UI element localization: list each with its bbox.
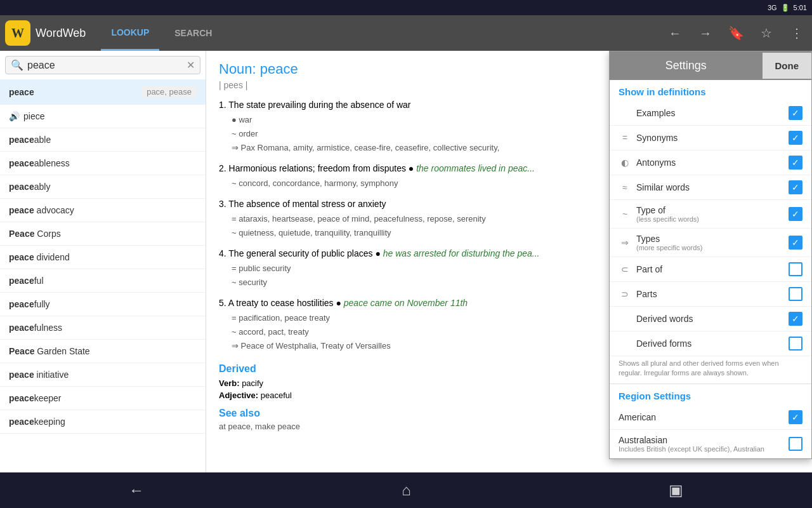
types-icon: ⇒: [619, 237, 631, 248]
setting-row-american[interactable]: American: [610, 405, 811, 430]
settings-title: Settings: [610, 51, 763, 80]
back-nav-btn[interactable]: ←: [665, 23, 685, 43]
word-label: peaceful: [9, 276, 44, 286]
similar-words-label: Similar words: [636, 182, 789, 192]
australasian-checkbox[interactable]: [789, 437, 802, 451]
search-icon: 🔍: [11, 59, 23, 71]
antonyms-label: Antonyms: [636, 157, 789, 168]
word-label: Peace Garden State: [9, 346, 90, 356]
word-item-peacekeeper[interactable]: peacekeeper: [0, 387, 206, 410]
part-of-label: Part of: [636, 264, 789, 274]
word-list-sidebar: 🔍 ✕ peace pace, pease 🔊piece peaceable p…: [0, 51, 206, 472]
word-hint: pace, pease: [141, 86, 197, 98]
type-of-label: Type of(less specific words): [636, 205, 789, 223]
setting-row-type-of[interactable]: ~ Type of(less specific words): [610, 200, 811, 229]
type-of-checkbox[interactable]: [789, 207, 802, 221]
main-content: 🔍 ✕ peace pace, pease 🔊piece peaceable p…: [0, 51, 812, 472]
examples-checkbox[interactable]: [789, 106, 802, 120]
setting-row-derived-forms[interactable]: Derived forms: [610, 331, 811, 356]
antonyms-checkbox[interactable]: [789, 156, 802, 170]
derived-forms-label: Derived forms: [636, 338, 789, 349]
word-item-peace-dividend[interactable]: peace dividend: [0, 246, 206, 269]
clear-search-btn[interactable]: ✕: [187, 59, 195, 71]
word-item-peaceful[interactable]: peaceful: [0, 269, 206, 293]
setting-row-synonyms[interactable]: = Synonyms: [610, 126, 811, 150]
settings-panel: Settings Done Show in definitions Exampl…: [609, 51, 812, 459]
derived-words-checkbox[interactable]: [789, 312, 802, 326]
american-checkbox[interactable]: [789, 410, 802, 424]
app-bar-actions: ← → 🔖 ☆ ⋮: [665, 23, 807, 43]
antonyms-icon: ◐: [619, 157, 631, 168]
examples-label: Examples: [636, 108, 789, 118]
bookmark-icon[interactable]: 🔖: [726, 23, 746, 43]
tab-lookup[interactable]: LOOKUP: [101, 15, 159, 51]
sound-icon: 🔊: [9, 111, 20, 121]
setting-row-examples[interactable]: Examples: [610, 101, 811, 126]
forward-nav-btn[interactable]: →: [695, 23, 716, 43]
derived-forms-note: Shows all plural and other derived forms…: [610, 356, 811, 384]
search-box[interactable]: 🔍 ✕: [5, 56, 200, 74]
home-btn[interactable]: ⌂: [402, 481, 411, 499]
word-item-peacefulness[interactable]: peacefulness: [0, 316, 206, 340]
word-item-peace-garden-state[interactable]: Peace Garden State: [0, 340, 206, 363]
back-btn[interactable]: ←: [129, 481, 144, 499]
star-icon[interactable]: ☆: [756, 23, 776, 43]
app-title: WordWeb: [36, 27, 86, 40]
setting-row-antonyms[interactable]: ◐ Antonyms: [610, 150, 811, 175]
settings-header: Settings Done: [610, 51, 811, 80]
setting-row-derived-words[interactable]: Derived words: [610, 307, 811, 331]
word-label: peace: [9, 87, 34, 97]
word-item-peacekeeping[interactable]: peacekeeping: [0, 410, 206, 434]
word-item-peace[interactable]: peace pace, pease: [0, 79, 206, 105]
more-options-icon[interactable]: ⋮: [787, 23, 807, 43]
done-button[interactable]: Done: [763, 53, 812, 79]
tab-search[interactable]: SEARCH: [164, 15, 222, 51]
similar-words-checkbox[interactable]: [789, 180, 802, 194]
synonyms-checkbox[interactable]: [789, 131, 802, 145]
bottom-nav: ← ⌂ ▣: [0, 472, 812, 508]
word-label: peacefulness: [9, 323, 62, 333]
synonyms-label: Synonyms: [636, 133, 789, 143]
setting-row-similar-words[interactable]: ≈ Similar words: [610, 175, 811, 200]
word-label: peacekeeper: [9, 393, 62, 403]
parts-icon: ⊃: [619, 289, 631, 299]
word-label: peaceably: [9, 182, 50, 192]
definition-area: Noun: peace | pees | 1. The state prevai…: [206, 51, 812, 472]
word-item-peace-corps[interactable]: Peace Corps: [0, 222, 206, 246]
setting-row-types[interactable]: ⇒ Types(more specific words): [610, 229, 811, 257]
time-display: 5:01: [794, 4, 807, 11]
word-item-peace-advocacy[interactable]: peace advocacy: [0, 199, 206, 222]
word-label: 🔊piece: [9, 111, 44, 121]
network-indicator: 3G: [768, 4, 777, 11]
word-label: peace dividend: [9, 252, 70, 262]
derived-forms-checkbox[interactable]: [789, 337, 802, 351]
word-label: peacefully: [9, 299, 50, 309]
app-icon: W: [5, 20, 30, 46]
show-in-definitions-label: Show in definitions: [610, 80, 811, 101]
part-of-icon: ⊂: [619, 264, 631, 274]
similar-words-icon: ≈: [619, 182, 631, 192]
setting-row-parts[interactable]: ⊃ Parts: [610, 282, 811, 307]
word-item-peaceableness[interactable]: peaceableness: [0, 152, 206, 175]
word-label: Peace Corps: [9, 229, 61, 239]
type-of-icon: ~: [619, 209, 631, 219]
search-input[interactable]: [27, 60, 187, 71]
word-item-peacefully[interactable]: peacefully: [0, 293, 206, 316]
american-label: American: [619, 412, 789, 422]
word-item-peace-initiative[interactable]: peace initiative: [0, 363, 206, 387]
region-settings-label: Region Settings: [610, 384, 811, 405]
types-checkbox[interactable]: [789, 236, 802, 250]
word-item-piece[interactable]: 🔊piece: [0, 105, 206, 128]
parts-checkbox[interactable]: [789, 287, 802, 301]
word-item-peaceably[interactable]: peaceably: [0, 175, 206, 199]
synonyms-icon: =: [619, 133, 631, 143]
word-label: peace advocacy: [9, 205, 74, 215]
part-of-checkbox[interactable]: [789, 262, 802, 276]
app-bar: W WordWeb LOOKUP SEARCH ← → 🔖 ☆ ⋮: [0, 15, 812, 51]
recent-apps-btn[interactable]: ▣: [669, 481, 683, 499]
setting-row-australasian[interactable]: AustralasianIncludes British (except UK …: [610, 430, 811, 458]
status-bar: 3G 🔋 5:01: [0, 0, 812, 15]
word-item-peaceable[interactable]: peaceable: [0, 128, 206, 152]
word-label: peaceableness: [9, 158, 70, 168]
setting-row-part-of[interactable]: ⊂ Part of: [610, 257, 811, 282]
